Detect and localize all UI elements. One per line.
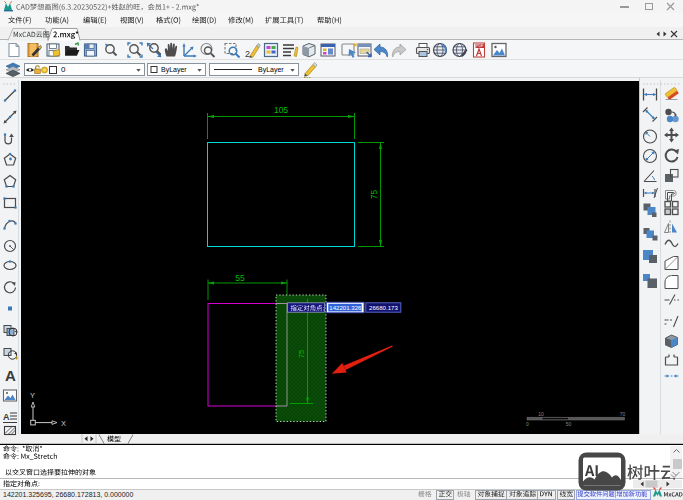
svg-text:26680.173: 26680.173 [369, 304, 398, 311]
svg-text:Y: Y [30, 391, 35, 400]
svg-text:142201.326: 142201.326 [329, 304, 362, 311]
svg-text:75: 75 [369, 190, 379, 200]
svg-text:75: 75 [297, 350, 306, 358]
svg-text:PDF: PDF [476, 44, 484, 48]
svg-text:70: 70 [620, 411, 626, 417]
svg-text:105: 105 [274, 105, 288, 115]
svg-text:10: 10 [538, 411, 544, 417]
svg-text:A: A [3, 412, 10, 422]
svg-text:50: 50 [566, 421, 572, 427]
svg-text:0: 0 [526, 421, 529, 427]
svg-text:A: A [5, 367, 16, 384]
svg-text:X: X [61, 419, 66, 428]
svg-text:2: 2 [245, 49, 250, 59]
svg-text:55: 55 [235, 273, 245, 283]
